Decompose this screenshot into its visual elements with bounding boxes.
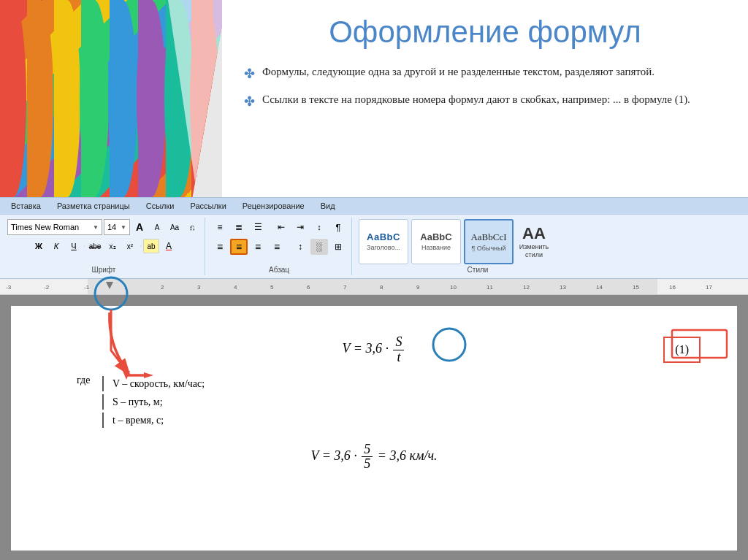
svg-text:13: 13 (560, 284, 566, 291)
style-heading-button[interactable]: AaBbC Заголово... (359, 219, 408, 264)
font-format-row: Ж К Ч · abe x₂ x² · ab A (31, 239, 177, 253)
bullet-text-1: Формулы, следующие одна за другой и не р… (262, 64, 654, 80)
paragraph-group: ≡ ≣ ☰ ⇤ ⇥ ↕ ¶ ≡ ≡ ≡ ≡ ↕ ░ ⊞ (207, 218, 352, 275)
svg-text:12: 12 (523, 284, 530, 291)
fraction2-denominator: 5 (362, 457, 373, 472)
font-grow-button[interactable]: A (131, 220, 148, 234)
para-top-row: ≡ ≣ ☰ ⇤ ⇥ ↕ ¶ (211, 219, 347, 235)
bold-button[interactable]: Ж (31, 239, 47, 253)
font-selectors-row: Times New Roman ▼ 14 ▼ A A Aa ⎌ (7, 219, 200, 235)
svg-text:4: 4 (234, 284, 237, 291)
style-normal-button[interactable]: AaBbCcI ¶ Обычный (464, 219, 514, 264)
italic-button[interactable]: К (48, 239, 64, 253)
paragraph-group-label: Абзац (207, 266, 351, 274)
style-normal-label: ¶ Обычный (471, 245, 505, 252)
formula-expression: V = 3,6 · S t (343, 335, 406, 365)
svg-text:-1: -1 (84, 284, 90, 291)
align-center-button[interactable]: ≡ (230, 239, 248, 255)
font-name-selector[interactable]: Times New Roman ▼ (7, 219, 102, 235)
clear-format-button[interactable]: ⎌ (184, 220, 200, 234)
svg-rect-7 (81, 0, 96, 197)
fraction-5-5: 5 5 (362, 442, 373, 472)
align-right-button[interactable]: ≡ (249, 239, 267, 255)
line-spacing-button[interactable]: ↕ (291, 239, 309, 255)
ruler-svg: -3 -2 -1 1 2 3 4 5 6 7 8 9 10 11 12 13 1… (0, 279, 748, 295)
variable-list: V – скорость, км/час; S – путь, м; t – в… (102, 376, 701, 428)
font-group: Times New Roman ▼ 14 ▼ A A Aa ⎌ Ж (3, 218, 205, 275)
variables-section: где V – скорость, км/час; S – путь, м; t… (77, 372, 701, 428)
tab-references[interactable]: Ссылки (139, 198, 182, 214)
font-group-label: Шрифт (3, 266, 205, 274)
page-title: Оформление формул (244, 15, 726, 50)
tab-review[interactable]: Рецензирование (235, 198, 312, 214)
style-name-sample: AaBbC (420, 231, 451, 242)
where-label: где (77, 375, 90, 386)
tab-page-layout[interactable]: Разметка страницы (50, 198, 137, 214)
ribbon: Вставка Разметка страницы Ссылки Рассылк… (0, 197, 748, 279)
svg-text:10: 10 (450, 284, 457, 291)
bullets-button[interactable]: ≡ (211, 219, 229, 235)
bullet-item-2: ✤ Ссылки в тексте на порядковые номера ф… (244, 92, 726, 111)
change-styles-icon: AA (522, 224, 546, 243)
show-marks-button[interactable]: ¶ (329, 219, 347, 235)
highlight-button[interactable]: ab (143, 239, 159, 253)
variable-item-s: S – путь, м; (102, 394, 701, 410)
font-name-arrow: ▼ (93, 224, 99, 231)
svg-text:8: 8 (380, 284, 383, 291)
svg-text:3: 3 (197, 284, 201, 291)
svg-rect-3 (27, 0, 40, 197)
decrease-indent-button[interactable]: ⇤ (272, 219, 290, 235)
formula2-expression: V = 3,6 · 5 5 = 3,6 км/ч. (311, 448, 438, 463)
change-case-button[interactable]: Aa (167, 220, 183, 234)
multilevel-button[interactable]: ☰ (249, 219, 267, 235)
strikethrough-button[interactable]: abe (87, 239, 103, 253)
font-size-selector[interactable]: 14 ▼ (104, 219, 130, 235)
underline-button[interactable]: Ч (66, 239, 82, 253)
fraction-denominator: t (394, 350, 402, 365)
tab-insert[interactable]: Вставка (4, 198, 48, 214)
svg-text:5: 5 (270, 284, 274, 291)
document-page: V = 3,6 · S t (1) где V – скорость, км/ч… (11, 306, 737, 551)
svg-text:11: 11 (486, 284, 493, 291)
sort-button[interactable]: ↕ (310, 219, 328, 235)
style-heading-label: Заголово... (367, 244, 400, 251)
align-left-button[interactable]: ≡ (211, 239, 229, 255)
superscript-button[interactable]: x² (122, 239, 138, 253)
styles-group-label: Стили (354, 266, 602, 274)
svg-text:16: 16 (669, 284, 676, 291)
formula-second: V = 3,6 · 5 5 = 3,6 км/ч. (47, 442, 701, 472)
formula2-result: = 3,6 км/ч. (378, 448, 438, 463)
numbering-button[interactable]: ≣ (230, 219, 248, 235)
variable-item-t: t – время, с; (102, 413, 701, 428)
change-styles-label: Изменитьстили (519, 243, 549, 259)
tab-view[interactable]: Вид (313, 198, 343, 214)
svg-text:-2: -2 (44, 284, 50, 291)
subscript-button[interactable]: x₂ (104, 239, 121, 253)
svg-text:-3: -3 (6, 284, 12, 291)
paper-rolls-decoration (0, 0, 226, 197)
bullet-icon-2: ✤ (244, 93, 255, 111)
svg-rect-11 (138, 0, 153, 197)
font-color-button[interactable]: A (161, 239, 177, 253)
change-styles-button[interactable]: AA Изменитьстили (516, 219, 552, 264)
font-shrink-button[interactable]: A (149, 220, 165, 234)
justify-button[interactable]: ≡ (268, 239, 286, 255)
bullet-item-1: ✤ Формулы, следующие одна за другой и не… (244, 64, 726, 83)
title-area: Оформление формул ✤ Формулы, следующие о… (222, 0, 748, 197)
tab-mailings[interactable]: Рассылки (183, 198, 233, 214)
ribbon-content: Times New Roman ▼ 14 ▼ A A Aa ⎌ Ж (0, 214, 748, 278)
variable-t-text: t – время, с; (112, 413, 164, 428)
borders-button[interactable]: ⊞ (329, 239, 347, 255)
shading-button[interactable]: ░ (310, 239, 328, 255)
style-normal-sample: AaBbCcI (470, 231, 506, 243)
style-name-button[interactable]: AaBbC Название (411, 219, 461, 264)
svg-text:7: 7 (343, 284, 347, 291)
increase-indent-button[interactable]: ⇥ (291, 219, 309, 235)
formula-main: V = 3,6 · S t (1) (47, 335, 701, 365)
fraction2-numerator: 5 (362, 442, 373, 458)
variable-s-text: S – путь, м; (112, 394, 163, 410)
font-name-value: Times New Roman (11, 223, 79, 231)
svg-rect-18 (88, 279, 657, 295)
svg-text:6: 6 (307, 284, 310, 291)
font-size-value: 14 (107, 223, 116, 231)
